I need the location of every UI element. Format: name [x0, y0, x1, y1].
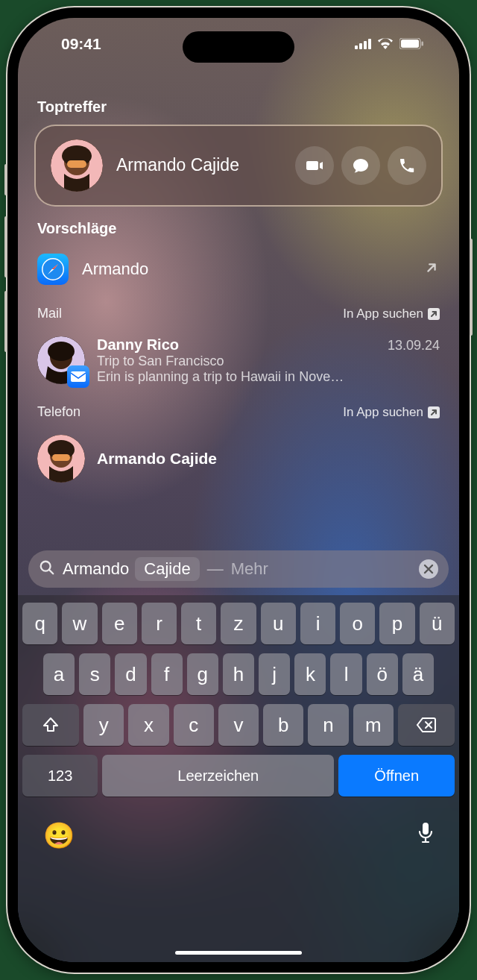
dictation-key[interactable] — [417, 821, 434, 850]
search-more-label: Mehr — [231, 559, 268, 579]
section-header-mail: Mail In App suchen — [37, 306, 440, 321]
key-t[interactable]: t — [181, 603, 216, 644]
backspace-key[interactable] — [398, 704, 455, 746]
key-a[interactable]: a — [43, 653, 75, 695]
message-button[interactable] — [341, 146, 380, 185]
key-z[interactable]: z — [221, 603, 256, 644]
keyboard-row-1: qwertzuiopü — [22, 603, 455, 644]
call-button[interactable] — [388, 146, 426, 185]
emoji-key[interactable]: 😀 — [43, 820, 75, 850]
key-s[interactable]: s — [79, 653, 110, 695]
search-separator: — — [207, 559, 224, 579]
phone-contact-avatar — [37, 435, 85, 483]
facetime-button[interactable] — [295, 146, 334, 185]
battery-icon — [399, 35, 423, 53]
dynamic-island — [183, 31, 294, 63]
svg-rect-5 — [401, 40, 419, 48]
wifi-icon — [377, 35, 394, 53]
key-q[interactable]: q — [22, 603, 57, 644]
mail-sender: Danny Rico — [97, 336, 179, 354]
key-h[interactable]: h — [223, 653, 254, 695]
key-c[interactable]: c — [174, 704, 214, 746]
keyboard-row-3: yxcvbnm — [22, 704, 455, 746]
space-key[interactable]: Leerzeichen — [102, 755, 334, 797]
shift-key[interactable] — [22, 704, 79, 746]
phone-result-row[interactable]: Armando Cajide — [34, 429, 443, 489]
mail-app-badge-icon — [67, 365, 89, 388]
key-o[interactable]: o — [340, 603, 375, 644]
cellular-icon — [355, 35, 371, 53]
search-typed-text: Armando — [63, 559, 129, 579]
numbers-key[interactable]: 123 — [22, 755, 98, 797]
key-e[interactable]: e — [102, 603, 137, 644]
svg-rect-17 — [71, 371, 86, 382]
svg-rect-22 — [52, 454, 70, 461]
mail-subject: Trip to San Francisco — [97, 354, 440, 369]
key-w[interactable]: w — [62, 603, 97, 644]
key-u[interactable]: u — [261, 603, 296, 644]
search-in-phone-link[interactable]: In App suchen — [343, 405, 440, 420]
key-f[interactable]: f — [151, 653, 183, 695]
svg-rect-1 — [359, 43, 362, 49]
svg-rect-25 — [423, 823, 429, 835]
svg-point-23 — [41, 562, 51, 571]
key-d[interactable]: d — [115, 653, 146, 695]
svg-rect-0 — [355, 45, 358, 49]
clear-search-button[interactable] — [419, 559, 438, 579]
search-in-mail-link[interactable]: In App suchen — [343, 307, 440, 321]
svg-point-16 — [48, 342, 75, 361]
key-y[interactable]: y — [83, 704, 124, 746]
section-header-suggestions: Vorschläge — [37, 220, 440, 237]
svg-rect-2 — [364, 41, 367, 49]
search-completion: Cajide — [135, 557, 199, 581]
iphone-frame: 09:41 Toptreffer Armando Cajide — [7, 7, 470, 973]
key-x[interactable]: x — [128, 704, 168, 746]
keyboard-row-2: asdfghjklöä — [22, 653, 455, 695]
key-n[interactable]: n — [308, 704, 348, 746]
key-i[interactable]: i — [300, 603, 335, 644]
key-b[interactable]: b — [263, 704, 303, 746]
key-m[interactable]: m — [353, 704, 394, 746]
search-field[interactable]: Armando Cajide — Mehr — [28, 550, 449, 588]
keyboard-row-4: 123 Leerzeichen Öffnen — [22, 755, 455, 797]
suggestion-label: Armando — [82, 260, 410, 279]
search-icon — [39, 559, 55, 579]
status-time: 09:41 — [61, 35, 101, 53]
home-indicator[interactable] — [175, 951, 302, 955]
svg-rect-10 — [67, 160, 86, 168]
section-header-phone: Telefon In App suchen — [37, 404, 440, 420]
safari-icon — [37, 254, 69, 285]
key-r[interactable]: r — [142, 603, 177, 644]
section-header-tophit: Toptreffer — [37, 98, 440, 116]
key-ä[interactable]: ä — [402, 653, 434, 695]
keyboard: qwertzuiopü asdfghjklöä yxcvbnm 123 Leer… — [18, 595, 459, 962]
key-ü[interactable]: ü — [420, 603, 455, 644]
mail-preview: Erin is planning a trip to Hawaii in Nov… — [97, 369, 440, 385]
top-hit-name: Armando Cajide — [116, 155, 282, 176]
mail-date: 13.09.24 — [388, 338, 440, 354]
svg-rect-6 — [422, 42, 424, 46]
top-hit-card[interactable]: Armando Cajide — [34, 125, 443, 207]
suggestion-row-safari[interactable]: Armando — [34, 246, 443, 292]
key-ö[interactable]: ö — [367, 653, 398, 695]
key-v[interactable]: v — [218, 704, 259, 746]
contact-avatar — [51, 139, 103, 192]
phone-contact-name: Armando Cajide — [97, 450, 440, 468]
action-key[interactable]: Öffnen — [338, 755, 455, 797]
svg-rect-3 — [368, 39, 371, 49]
mail-result-row[interactable]: Danny Rico 13.09.24 Trip to San Francisc… — [34, 330, 443, 391]
key-p[interactable]: p — [379, 603, 414, 644]
key-k[interactable]: k — [294, 653, 326, 695]
open-arrow-icon — [423, 260, 440, 279]
key-j[interactable]: j — [259, 653, 290, 695]
key-g[interactable]: g — [187, 653, 218, 695]
screen: 09:41 Toptreffer Armando Cajide — [18, 18, 459, 962]
svg-line-24 — [50, 571, 54, 574]
key-l[interactable]: l — [330, 653, 361, 695]
